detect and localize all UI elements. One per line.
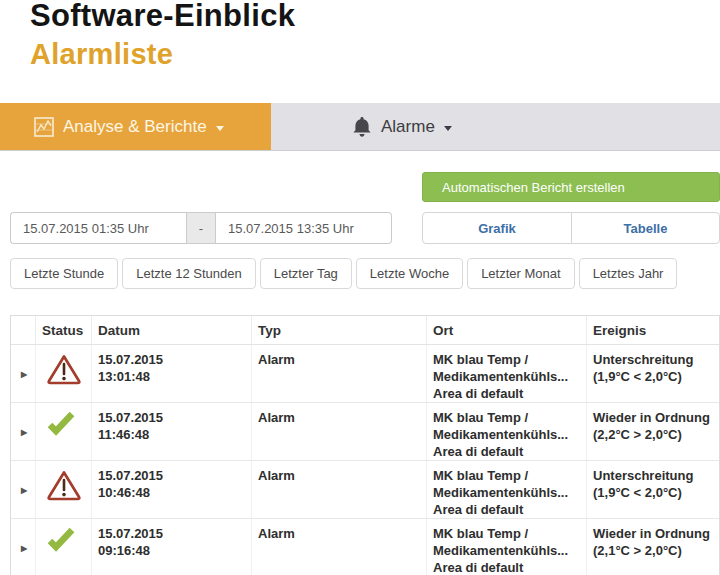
filter-letzter-monat[interactable]: Letzter Monat	[467, 258, 575, 289]
main-navbar: Analyse & Berichte Alarme	[0, 103, 720, 151]
date-to-input[interactable]: 15.07.2015 13:35 Uhr	[216, 212, 392, 244]
date-range-separator: -	[186, 212, 216, 244]
tab-alarme-label: Alarme	[381, 117, 435, 137]
row-expander-icon[interactable]: ▶	[21, 366, 27, 383]
ok-check-icon	[46, 527, 76, 553]
cell-datum: 15.07.201509:16:48	[91, 519, 251, 575]
page-title: Software-Einblick	[30, 0, 295, 34]
cell-datum: 15.07.201511:46:48	[91, 403, 251, 460]
bell-icon	[352, 116, 372, 138]
chevron-down-icon	[216, 126, 224, 131]
cell-datum: 15.07.201513:01:48	[91, 345, 251, 402]
warning-icon	[46, 469, 82, 501]
cell-datum: 15.07.201510:46:48	[91, 461, 251, 518]
view-toggle: Grafik Tabelle	[422, 212, 720, 244]
col-expander	[11, 316, 35, 344]
cell-ort: MK blau Temp /Medikamentenkühls...Area d…	[426, 519, 586, 575]
alarm-table-header: Status Datum Typ Ort Ereignis	[11, 316, 719, 345]
chevron-down-icon	[444, 126, 452, 131]
row-expander-icon[interactable]: ▶	[21, 424, 27, 441]
col-datum: Datum	[91, 316, 251, 344]
quick-filter-bar: Letzte Stunde Letzte 12 Stunden Letzter …	[10, 258, 677, 289]
table-row[interactable]: ▶ 15.07.201513:01:48 Alarm MK blau Temp …	[11, 345, 719, 403]
table-row[interactable]: ▶ 15.07.201511:46:48 Alarm MK blau Temp …	[11, 403, 719, 461]
page-subtitle: Alarmliste	[30, 38, 173, 71]
cell-ereignis: Unterschreitung(1,9°C < 2,0°C)	[586, 345, 719, 402]
filter-letzte-woche[interactable]: Letzte Woche	[356, 258, 463, 289]
row-expander-icon[interactable]: ▶	[21, 540, 27, 557]
tab-alarme[interactable]: Alarme	[352, 103, 452, 150]
cell-ereignis: Wieder in Ordnung(2,1°C > 2,0°C)	[586, 519, 719, 575]
warning-icon	[46, 353, 82, 385]
view-toggle-tabelle[interactable]: Tabelle	[572, 213, 719, 243]
col-ereignis: Ereignis	[586, 316, 719, 344]
alarm-list-page: Software-Einblick Alarmliste Analyse & B…	[0, 0, 720, 575]
col-ort: Ort	[426, 316, 586, 344]
table-row[interactable]: ▶ 15.07.201509:16:48 Alarm MK blau Temp …	[11, 519, 719, 575]
cell-ort: MK blau Temp /Medikamentenkühls...Area d…	[426, 461, 586, 518]
alarm-table: Status Datum Typ Ort Ereignis ▶ 15.07.20…	[10, 315, 720, 575]
filter-letzte-stunde[interactable]: Letzte Stunde	[10, 258, 118, 289]
date-from-input[interactable]: 15.07.2015 01:35 Uhr	[10, 212, 186, 244]
col-status: Status	[35, 316, 91, 344]
auto-report-button[interactable]: Automatischen Bericht erstellen	[422, 172, 720, 202]
cell-ort: MK blau Temp /Medikamentenkühls...Area d…	[426, 403, 586, 460]
row-expander-icon[interactable]: ▶	[21, 482, 27, 499]
cell-ereignis: Wieder in Ordnung(2,2°C > 2,0°C)	[586, 403, 719, 460]
cell-typ: Alarm	[251, 461, 426, 518]
ok-check-icon	[46, 411, 76, 437]
cell-typ: Alarm	[251, 403, 426, 460]
auto-report-button-label: Automatischen Bericht erstellen	[442, 180, 625, 195]
table-row[interactable]: ▶ 15.07.201510:46:48 Alarm MK blau Temp …	[11, 461, 719, 519]
cell-typ: Alarm	[251, 519, 426, 575]
cell-typ: Alarm	[251, 345, 426, 402]
date-range-picker: 15.07.2015 01:35 Uhr - 15.07.2015 13:35 …	[10, 212, 392, 244]
tab-analyse-berichte[interactable]: Analyse & Berichte	[0, 103, 271, 150]
tab-analyse-label: Analyse & Berichte	[63, 117, 207, 137]
cell-ereignis: Unterschreitung(1,9°C < 2,0°C)	[586, 461, 719, 518]
filter-letztes-jahr[interactable]: Letztes Jahr	[579, 258, 678, 289]
view-toggle-grafik[interactable]: Grafik	[423, 213, 572, 243]
col-typ: Typ	[251, 316, 426, 344]
chart-icon	[34, 117, 54, 137]
filter-letzter-tag[interactable]: Letzter Tag	[260, 258, 352, 289]
filter-letzte-12-stunden[interactable]: Letzte 12 Stunden	[122, 258, 256, 289]
cell-ort: MK blau Temp /Medikamentenkühls...Area d…	[426, 345, 586, 402]
